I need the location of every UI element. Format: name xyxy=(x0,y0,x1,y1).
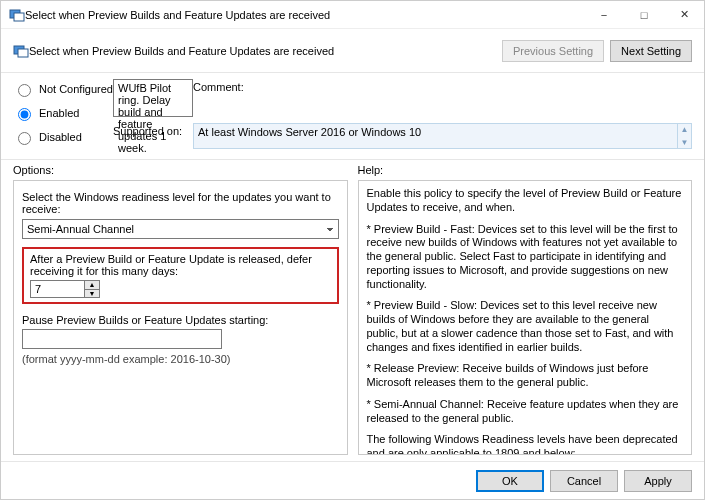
svg-rect-1 xyxy=(14,13,24,21)
toolbar: Select when Preview Builds and Feature U… xyxy=(1,29,704,73)
readiness-select[interactable]: Semi-Annual Channel xyxy=(22,219,339,239)
spin-up-button[interactable]: ▲ xyxy=(84,280,100,289)
supported-label: Supported on: xyxy=(113,123,193,137)
help-text: * Preview Build - Slow: Devices set to t… xyxy=(367,299,684,354)
defer-label: After a Preview Build or Feature Update … xyxy=(30,253,331,277)
radio-not-configured-input[interactable] xyxy=(18,84,31,97)
help-panel[interactable]: Enable this policy to specify the level … xyxy=(358,180,693,455)
radio-disabled[interactable]: Disabled xyxy=(13,129,113,145)
radio-enabled-input[interactable] xyxy=(18,108,31,121)
gpo-icon xyxy=(13,43,29,59)
radio-not-configured[interactable]: Not Configured xyxy=(13,81,113,97)
policy-heading: Select when Preview Builds and Feature U… xyxy=(29,45,496,57)
help-text: Enable this policy to specify the level … xyxy=(367,187,684,215)
minimize-button[interactable]: − xyxy=(584,1,624,29)
defer-days-input[interactable] xyxy=(30,280,84,298)
help-text: * Semi-Annual Channel: Receive feature u… xyxy=(367,398,684,426)
titlebar: Select when Preview Builds and Feature U… xyxy=(1,1,704,29)
readiness-label: Select the Windows readiness level for t… xyxy=(22,191,339,215)
defer-highlight: After a Preview Build or Feature Update … xyxy=(22,247,339,304)
maximize-button[interactable]: □ xyxy=(624,1,664,29)
gpo-icon xyxy=(9,7,25,23)
apply-button[interactable]: Apply xyxy=(624,470,692,492)
radio-enabled[interactable]: Enabled xyxy=(13,105,113,121)
radio-disabled-input[interactable] xyxy=(18,132,31,145)
previous-setting-button: Previous Setting xyxy=(502,40,604,62)
ok-button[interactable]: OK xyxy=(476,470,544,492)
options-heading: Options: xyxy=(13,164,348,176)
comment-label: Comment: xyxy=(193,79,692,93)
config-area: Not Configured Enabled Disabled Comment:… xyxy=(1,73,704,160)
pause-format-hint: (format yyyy-mm-dd example: 2016-10-30) xyxy=(22,353,339,365)
help-heading: Help: xyxy=(358,164,693,176)
supported-on-field: At least Windows Server 2016 or Windows … xyxy=(193,123,678,149)
options-panel: Select the Windows readiness level for t… xyxy=(13,180,348,455)
cancel-button[interactable]: Cancel xyxy=(550,470,618,492)
svg-rect-3 xyxy=(18,49,28,57)
window-title: Select when Preview Builds and Feature U… xyxy=(25,9,584,21)
help-text: The following Windows Readiness levels h… xyxy=(367,433,684,455)
dialog-footer: OK Cancel Apply xyxy=(1,461,704,499)
pause-date-input[interactable] xyxy=(22,329,222,349)
help-text: * Preview Build - Fast: Devices set to t… xyxy=(367,223,684,292)
spin-down-button[interactable]: ▼ xyxy=(84,289,100,299)
next-setting-button[interactable]: Next Setting xyxy=(610,40,692,62)
pause-label: Pause Preview Builds or Feature Updates … xyxy=(22,314,339,326)
gpo-dialog: Select when Preview Builds and Feature U… xyxy=(0,0,705,500)
help-text: * Release Preview: Receive builds of Win… xyxy=(367,362,684,390)
close-button[interactable]: ✕ xyxy=(664,1,704,29)
comment-field[interactable]: WUfB Pilot ring. Delay build and feature… xyxy=(113,79,193,117)
supported-scrollbar[interactable]: ▲▼ xyxy=(678,123,692,149)
